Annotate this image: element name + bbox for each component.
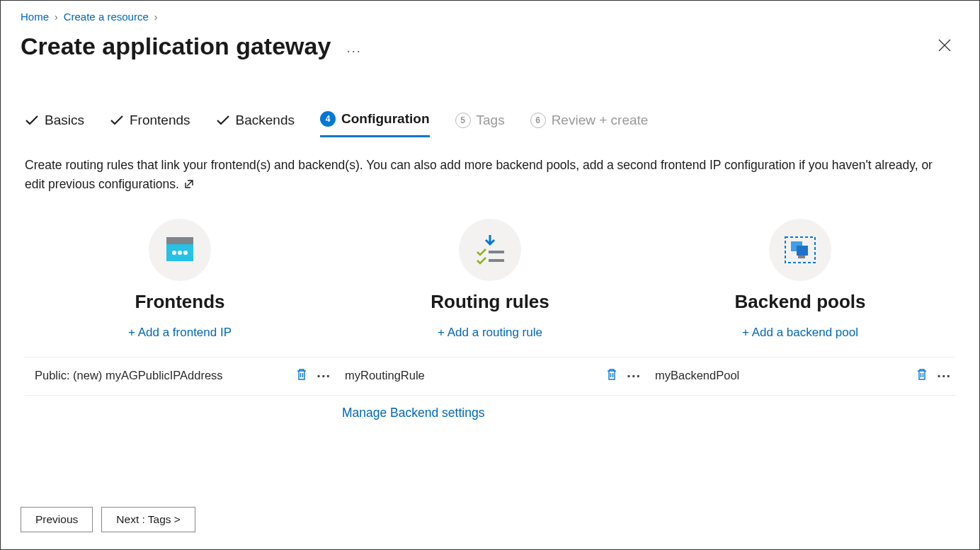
manage-backend-settings-link[interactable]: Manage Backend settings (342, 406, 484, 420)
step-number-badge: 4 (320, 111, 336, 127)
trash-icon (605, 367, 618, 382)
more-button[interactable]: ··· (937, 372, 951, 379)
close-button[interactable] (935, 36, 954, 57)
step-review[interactable]: 6 Review + create (530, 113, 649, 137)
step-basics[interactable]: Basics (25, 113, 84, 137)
step-label: Backends (236, 113, 295, 128)
step-label: Basics (45, 113, 84, 128)
frontends-title: Frontends (135, 291, 224, 313)
step-label: Tags (477, 113, 505, 128)
svg-point-3 (178, 251, 182, 255)
frontend-item-row: Public: (new) myAGPublicIPAddress ··· (25, 357, 335, 396)
backend-column: Backend pools + Add a backend pool myBac… (645, 219, 955, 420)
routing-title: Routing rules (431, 291, 549, 313)
routing-column: Routing rules + Add a routing rule myRou… (335, 219, 645, 420)
backend-item-name: myBackendPool (655, 369, 739, 382)
add-backend-pool-button[interactable]: + Add a backend pool (742, 326, 858, 340)
more-button[interactable]: ··· (627, 372, 641, 379)
routing-item-row: myRoutingRule ··· (335, 357, 645, 396)
add-routing-rule-button[interactable]: + Add a routing rule (438, 326, 542, 340)
step-number-badge: 5 (455, 113, 471, 128)
item-actions: ··· (294, 366, 331, 385)
step-frontends[interactable]: Frontends (110, 113, 190, 137)
add-frontend-button[interactable]: + Add a frontend IP (128, 326, 232, 340)
step-tags[interactable]: 5 Tags (455, 113, 505, 137)
delete-button[interactable] (604, 366, 620, 385)
item-actions: ··· (914, 366, 951, 385)
frontends-column: Frontends + Add a frontend IP Public: (n… (25, 219, 335, 420)
step-number-badge: 6 (530, 113, 546, 128)
previous-button[interactable]: Previous (21, 507, 93, 532)
frontend-item-name: Public: (new) myAGPublicIPAddress (35, 369, 223, 382)
delete-button[interactable] (294, 366, 309, 385)
step-configuration[interactable]: 4 Configuration (320, 111, 430, 137)
wizard-steps: Basics Frontends Backends 4 Configuratio… (1, 67, 979, 137)
svg-point-2 (172, 251, 176, 255)
page-title: Create application gateway (21, 33, 331, 59)
frontends-icon (149, 219, 211, 281)
step-label: Frontends (130, 113, 190, 128)
svg-rect-10 (798, 256, 805, 258)
close-icon (938, 39, 951, 52)
next-button[interactable]: Next : Tags > (101, 507, 195, 532)
checkmark-icon (25, 113, 39, 127)
backend-title: Backend pools (735, 291, 866, 313)
backend-icon (769, 219, 831, 281)
svg-rect-0 (166, 237, 193, 244)
more-button[interactable]: ··· (317, 372, 331, 379)
breadcrumb-home[interactable]: Home (21, 11, 49, 23)
step-label: Configuration (341, 111, 430, 127)
breadcrumb: Home › Create a resource › (1, 1, 979, 25)
trash-icon (295, 367, 308, 382)
svg-point-4 (183, 251, 188, 255)
configuration-columns: Frontends + Add a frontend IP Public: (n… (1, 199, 979, 420)
description-text: Create routing rules that link your fron… (1, 137, 979, 199)
checkmark-icon (216, 113, 230, 127)
routing-icon (459, 219, 521, 281)
more-icon[interactable]: ··· (347, 44, 362, 58)
backend-item-row: myBackendPool ··· (645, 357, 955, 396)
footer-buttons: Previous Next : Tags > (21, 507, 195, 532)
chevron-right-icon: › (154, 11, 158, 23)
svg-rect-6 (489, 259, 504, 262)
svg-rect-5 (489, 251, 504, 253)
step-backends[interactable]: Backends (216, 113, 295, 137)
routing-item-name: myRoutingRule (345, 369, 425, 382)
trash-icon (916, 367, 928, 382)
item-actions: ··· (604, 366, 641, 385)
svg-rect-9 (797, 246, 808, 256)
breadcrumb-create-resource[interactable]: Create a resource (64, 11, 149, 23)
delete-button[interactable] (914, 366, 930, 385)
description-content: Create routing rules that link your fron… (25, 158, 933, 191)
checkmark-icon (110, 113, 124, 127)
external-link-icon[interactable] (184, 176, 194, 195)
title-row: Create application gateway ··· (1, 25, 979, 67)
chevron-right-icon: › (55, 11, 58, 23)
step-label: Review + create (552, 113, 649, 128)
